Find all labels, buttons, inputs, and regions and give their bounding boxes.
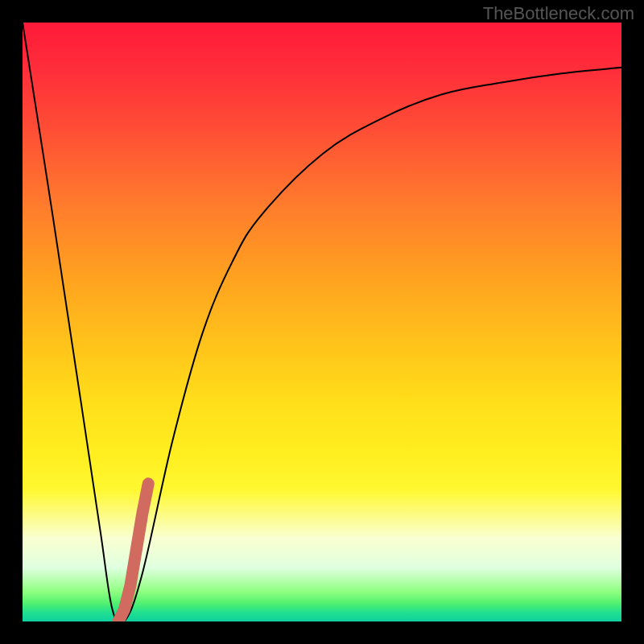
chart-plot-area	[23, 23, 621, 621]
optimal-marker-line	[118, 484, 148, 621]
chart-svg	[23, 23, 621, 621]
watermark-text: TheBottleneck.com	[483, 3, 634, 24]
bottleneck-curve-line	[23, 23, 621, 621]
